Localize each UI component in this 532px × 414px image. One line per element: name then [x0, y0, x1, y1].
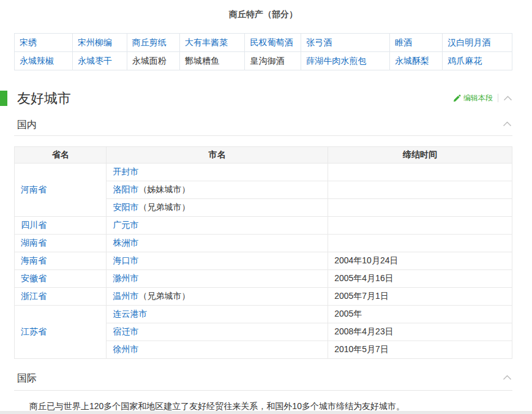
specialty-cell: 睢酒	[389, 34, 442, 52]
city-link[interactable]: 徐州市	[113, 344, 138, 354]
chevron-up-icon	[503, 121, 512, 127]
specialty-text: 酂城糟鱼	[185, 56, 219, 66]
province-cell: 湖南省	[15, 235, 107, 252]
specialty-cell: 宋绣	[15, 34, 73, 52]
specialties-table: 宋绣宋州柳编商丘剪纸大有丰酱菜民权葡萄酒张弓酒睢酒汉白明月酒永城辣椒永城枣干永城…	[14, 33, 512, 70]
specialty-cell: 永城面粉	[127, 52, 179, 70]
specialty-cell: 商丘剪纸	[127, 34, 179, 52]
domestic-table-row: 四川省广元市	[15, 217, 512, 235]
province-link[interactable]: 浙江省	[21, 291, 47, 301]
chevron-up-icon	[503, 96, 512, 101]
section-accent-bar	[0, 91, 7, 106]
specialty-link[interactable]: 民权葡萄酒	[250, 37, 293, 47]
domestic-table-row: 湖南省株洲市	[15, 235, 512, 252]
specialty-link[interactable]: 鸡爪麻花	[448, 56, 482, 66]
city-note: （姊妹城市）	[138, 184, 190, 194]
subsection-title-international: 国际	[17, 372, 37, 385]
specialty-cell: 鸡爪麻花	[443, 52, 512, 70]
city-cell: 徐州市	[107, 341, 328, 359]
tie-date-cell: 2005年	[328, 306, 512, 323]
specialty-link[interactable]: 商丘剪纸	[132, 37, 167, 47]
specialty-link[interactable]: 薛湖牛肉水煎包	[306, 56, 366, 66]
city-cell: 洛阳市（姊妹城市）	[107, 181, 328, 199]
tie-date-cell	[328, 199, 512, 217]
column-header-province: 省名	[15, 147, 107, 164]
specialty-cell: 民权葡萄酒	[245, 34, 301, 52]
tie-date-cell: 2008年4月23日	[328, 323, 512, 341]
international-paragraph: 商丘已与世界上120多个国家和地区建立了友好经贸往来关系，和国外10多个城市缔结…	[29, 400, 513, 412]
section-collapse-button[interactable]	[503, 96, 512, 101]
domestic-table: 省名 市名 缔结时间 河南省开封市洛阳市（姊妹城市）安阳市（兄弟城市）四川省广元…	[14, 146, 512, 359]
province-link[interactable]: 安徽省	[21, 273, 47, 283]
specialty-row: 宋绣宋州柳编商丘剪纸大有丰酱菜民权葡萄酒张弓酒睢酒汉白明月酒	[15, 34, 512, 52]
province-cell: 浙江省	[15, 288, 107, 306]
province-cell: 河南省	[15, 164, 107, 217]
city-cell: 宿迁市	[107, 323, 328, 341]
specialty-text: 皇沟御酒	[250, 56, 284, 66]
city-cell: 温州市（兄弟城市）	[107, 288, 328, 306]
specialty-link[interactable]: 汉白明月酒	[448, 37, 490, 47]
subsection-title-domestic: 国内	[17, 119, 37, 132]
specialty-link[interactable]: 永城枣干	[78, 56, 112, 66]
specialty-cell: 宋州柳编	[73, 34, 127, 52]
tie-date: 2008年4月23日	[334, 326, 394, 336]
city-link[interactable]: 安阳市	[113, 202, 138, 212]
domestic-table-body: 河南省开封市洛阳市（姊妹城市）安阳市（兄弟城市）四川省广元市湖南省株洲市海南省海…	[15, 164, 512, 359]
specialty-link[interactable]: 张弓酒	[306, 37, 332, 47]
city-link[interactable]: 温州市	[113, 291, 138, 301]
city-link[interactable]: 开封市	[113, 167, 138, 176]
province-cell: 安徽省	[15, 270, 107, 288]
tie-date-cell: 2005年4月16日	[328, 270, 512, 288]
province-link[interactable]: 湖南省	[21, 238, 47, 247]
edit-section-label: 编辑本段	[463, 93, 493, 104]
city-cell: 连云港市	[107, 306, 328, 323]
domestic-table-row: 海南省海口市2004年10月24日	[15, 252, 512, 270]
tie-date-cell	[328, 217, 512, 235]
specialty-link[interactable]: 大有丰酱菜	[185, 37, 228, 47]
specialty-link[interactable]: 宋绣	[20, 37, 37, 47]
city-link[interactable]: 宿迁市	[113, 326, 138, 336]
city-link[interactable]: 广元市	[113, 220, 138, 230]
pencil-icon	[453, 94, 461, 102]
domestic-table-row: 江苏省连云港市2005年	[15, 306, 512, 323]
international-collapse-button[interactable]	[503, 375, 512, 380]
city-cell: 海口市	[107, 252, 328, 270]
tie-date-cell	[328, 181, 512, 199]
specialty-cell: 永城枣干	[73, 52, 127, 70]
specialty-cell: 皇沟御酒	[245, 52, 301, 70]
section-actions: 编辑本段	[453, 92, 512, 104]
tie-date: 2005年4月16日	[334, 273, 394, 283]
city-link[interactable]: 滁州市	[113, 273, 138, 283]
province-link[interactable]: 河南省	[21, 184, 47, 194]
city-link[interactable]: 连云港市	[113, 309, 147, 318]
divider	[498, 94, 498, 102]
specialty-row: 永城辣椒永城枣干永城面粉酂城糟鱼皇沟御酒薛湖牛肉水煎包永城酥梨鸡爪麻花	[15, 52, 512, 70]
city-note: （兄弟城市）	[138, 291, 190, 301]
province-link[interactable]: 江苏省	[21, 326, 47, 336]
tie-date-cell: 2004年10月24日	[328, 252, 512, 270]
column-header-city: 市名	[107, 147, 328, 164]
tie-date: 2005年7月1日	[334, 291, 389, 301]
section-title: 友好城市	[17, 89, 71, 108]
tie-date: 2010年5月7日	[334, 344, 389, 354]
province-link[interactable]: 海南省	[21, 255, 47, 265]
city-cell: 开封市	[107, 164, 328, 181]
divider	[14, 135, 512, 136]
specialty-link[interactable]: 永城辣椒	[20, 56, 54, 66]
specialty-cell: 薛湖牛肉水煎包	[301, 52, 390, 70]
city-link[interactable]: 株洲市	[113, 238, 138, 247]
specialty-cell: 永城辣椒	[15, 52, 73, 70]
province-link[interactable]: 四川省	[21, 220, 47, 230]
specialty-link[interactable]: 宋州柳编	[78, 37, 112, 47]
edit-section-button[interactable]: 编辑本段	[453, 93, 493, 104]
city-link[interactable]: 洛阳市	[113, 184, 138, 194]
specialty-cell: 汉白明月酒	[443, 34, 512, 52]
city-link[interactable]: 海口市	[113, 255, 138, 265]
province-cell: 四川省	[15, 217, 107, 235]
tie-date: 2004年10月24日	[334, 255, 398, 265]
domestic-table-header-row: 省名 市名 缔结时间	[15, 147, 512, 164]
specialty-link[interactable]: 永城酥梨	[395, 56, 429, 66]
domestic-collapse-button[interactable]	[503, 121, 512, 127]
specialty-link[interactable]: 睢酒	[395, 37, 412, 47]
specialty-cell: 酂城糟鱼	[179, 52, 245, 70]
